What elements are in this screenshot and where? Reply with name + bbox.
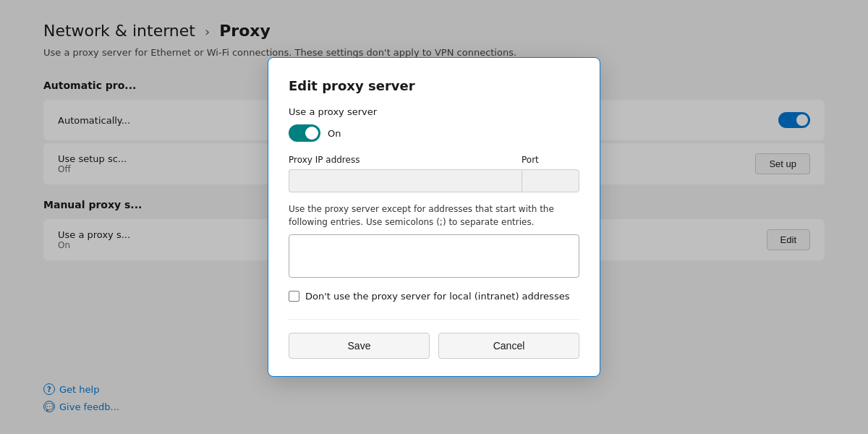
- cancel-button[interactable]: Cancel: [438, 333, 579, 359]
- local-checkbox-row: Don't use the proxy server for local (in…: [289, 291, 579, 302]
- proxy-ip-input[interactable]: [289, 169, 522, 192]
- port-label: Port: [522, 155, 579, 165]
- local-intranet-label: Don't use the proxy server for local (in…: [305, 291, 569, 302]
- exceptions-textarea[interactable]: [289, 234, 579, 278]
- local-intranet-checkbox[interactable]: [289, 291, 299, 302]
- dialog-title: Edit proxy server: [289, 78, 579, 93]
- proxy-toggle-row: On: [289, 124, 579, 142]
- modal-footer: Save Cancel: [289, 319, 579, 359]
- ip-address-label: Proxy IP address: [289, 155, 522, 165]
- save-button[interactable]: Save: [289, 333, 430, 359]
- port-input[interactable]: [522, 169, 579, 192]
- exceptions-description: Use the proxy server except for addresse…: [289, 203, 579, 229]
- proxy-toggle[interactable]: [289, 124, 320, 142]
- proxy-toggle-label: On: [328, 128, 341, 139]
- ip-port-labels: Proxy IP address Port: [289, 155, 579, 165]
- edit-proxy-dialog: Edit proxy server Use a proxy server On …: [268, 57, 600, 377]
- use-proxy-label: Use a proxy server: [289, 106, 579, 117]
- ip-port-inputs: [289, 169, 579, 192]
